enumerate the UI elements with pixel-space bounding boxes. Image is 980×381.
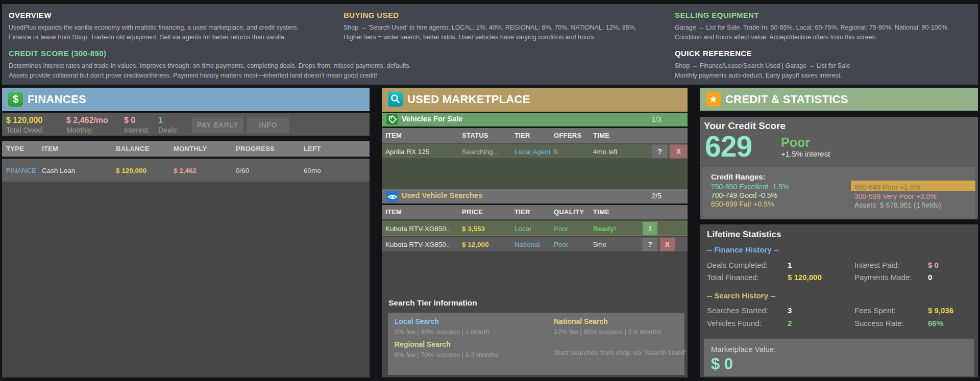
tier-info-box: Local Search2% fee | 40% success | 1 mon… [388,313,684,375]
table-cell: Kubota RTV-XG850.. [385,224,450,232]
tier-local: Local Search2% fee | 40% success | 1 mon… [395,317,489,336]
tier-detail: 2% fee | 40% success | 1 month [395,328,489,336]
searches-table-header: ITEMPRICETIERQUALITYTIME [382,205,688,219]
table-cell: 60mo [304,166,321,174]
credit-score-section: Your Credit Score 629 Poor +1.5% interes… [700,117,978,219]
help-block: CREDIT SCORE (300-850)Determines interes… [9,49,411,81]
help-text-line: Shop → 'Search Used' to hire agents. LOC… [344,23,636,33]
column-header: ITEM [385,208,402,216]
table-row[interactable]: Kubota RTV-XG850..$ 3,553LocalPoorReady!… [382,221,688,236]
help-block: SELLING EQUIPMENTGarage → List for Sale.… [675,11,949,42]
table-cell: FINANCE [6,166,36,174]
marketplace-header: USED MARKETPLACE [382,88,688,112]
column-header: PROGRESS [236,145,275,153]
searches-count: 2/5 [652,192,662,200]
column-header: BALANCE [116,145,150,153]
pay-early-button[interactable]: PAY EARLY [192,117,243,133]
stat-label: Deals Completed: [707,261,768,269]
credit-rating: Poor [781,135,810,150]
help-heading: BUYING USED [344,11,636,19]
table-cell: Local [514,224,531,232]
marketplace-value-label: Marketplace Value: [711,345,776,353]
stat-value: 66% [928,319,943,327]
table-cell: $ 120,000 [116,166,146,174]
table-cell: 0/60 [236,166,249,174]
search-history-heading: -- Search History -- [707,291,775,300]
marketplace-title: USED MARKETPLACE [407,93,530,106]
lifetime-statistics-section: Lifetime Statistics -- Finance History -… [700,224,978,377]
table-cell: $ 3,553 [462,224,485,232]
column-header: QUALITY [554,208,584,216]
table-cell: Local Agent [514,147,551,155]
tier-note: Start searches from shop via 'Search Use… [554,349,686,357]
cancel-button[interactable]: X [660,238,675,251]
search-icon [388,92,403,107]
help-block: QUICK REFERENCEShop → Finance/Lease/Sear… [675,49,949,81]
help-text-line: Monthly payments auto-deduct. Early payo… [675,71,949,81]
table-cell: 4mo left [593,147,618,155]
column-header: TIME [593,208,609,216]
vehicles-count: 1/3 [652,115,662,123]
stat-label: Total Financed: [707,273,759,282]
stat-label: Searches Started: [707,306,768,315]
info-button[interactable]: INFO [247,117,289,133]
stat-value: $ 9,036 [928,306,953,315]
used-searches-bar: Used Vehicle Searches 2/5 [382,189,688,204]
credit-interest: +1.5% interest [781,149,830,158]
help-column-selling: SELLING EQUIPMENTGarage → List for Sale.… [675,4,949,81]
help-column-buying: BUYING USEDShop → 'Search Used' to hire … [344,4,636,42]
help-text-line: Determines interest rates and trade-in v… [9,61,411,71]
column-header: OFFERS [554,132,582,139]
stat-value: $ 0 [928,261,939,269]
marketplace-panel: USED MARKETPLACE Vehicles For Sale 1/3 I… [382,88,688,377]
tier-name: Local Search [395,317,489,325]
used-searches-title: Used Vehicle Searches [402,191,482,199]
column-header: STATUS [462,132,488,139]
stat-value: 0 [928,273,932,282]
summary-label: Interest: [124,126,150,134]
dollar-icon: $ [8,92,23,107]
vehicles-table-header: ITEMSTATUSTIEROFFERSTIME [382,128,688,143]
finances-title: FINANCES [28,93,86,106]
tier-name: National Search [554,317,662,325]
summary-label: Monthly: [66,126,108,134]
finance-history-heading: -- Finance History -- [707,245,779,254]
vehicles-table: Aprilia RX 125Searching...Local Agent04m… [382,143,688,189]
finances-panel: $ FINANCES $ 120,000Total Owed:$ 2,462/m… [2,88,370,377]
table-cell: Ready! [593,224,616,232]
column-header: TIME [593,132,609,139]
column-header: TIER [514,208,530,216]
column-header: TYPE [6,145,24,153]
finances-header: $ FINANCES [2,88,370,111]
summary-item: $ 0Interest: [124,116,150,134]
cancel-button[interactable]: X [670,144,688,158]
credit-range-line: 750-850 Excellent -1.5% [711,183,789,191]
summary-value: 1 [158,116,179,125]
stat-value: 1 [788,261,792,269]
table-row[interactable]: Aprilia RX 125Searching...Local Agent04m… [382,144,688,158]
table-cell: Poor [554,241,569,248]
ready-button[interactable]: ! [643,222,657,235]
help-button[interactable]: ? [643,238,657,251]
marketplace-value-box: Marketplace Value: $ 0 [704,339,974,376]
summary-item: 1Deals: [158,116,179,134]
column-header: MONTHLY [174,145,207,153]
table-row[interactable]: FINANCECash Loan$ 120,000$ 2,4620/6060mo [2,159,370,182]
credit-range-line: Assets: $ 678,901 (1 fields) [854,201,941,209]
finances-table-header: TYPEITEMBALANCEMONTHLYPROGRESSLEFT [2,141,370,157]
stat-value: $ 120,000 [788,273,822,282]
column-header: ITEM [385,132,402,139]
credit-header: ★ CREDIT & STATISTICS [700,88,978,111]
tier-regional: Regional Search6% fee | 70% success | 1-… [395,340,498,359]
summary-item: $ 2,462/moMonthly: [66,116,108,134]
help-text-line: Garage → List for Sale. Trade-In: 50-65%… [675,23,949,33]
tag-icon [386,114,398,125]
help-button[interactable]: ? [652,144,667,158]
table-row[interactable]: Kubota RTV-XG850..$ 12,000NationalPoor5m… [382,237,688,251]
table-cell: 5mo [593,241,606,248]
help-heading: QUICK REFERENCE [675,49,949,58]
table-cell: Cash Loan [42,166,75,174]
help-heading: CREDIT SCORE (300-850) [9,49,411,58]
tier-national: National Search12% fee | 85% success | 2… [554,317,662,336]
credit-panel: ★ CREDIT & STATISTICS Your Credit Score … [700,88,978,377]
